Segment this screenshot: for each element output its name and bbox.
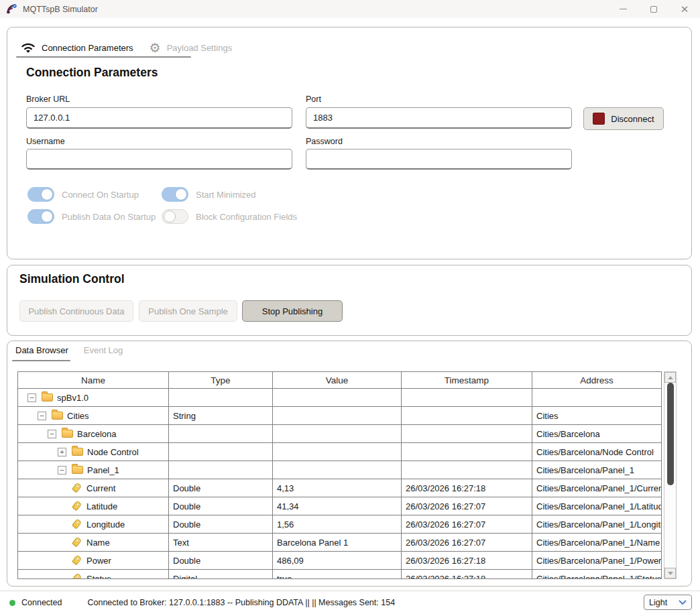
scroll-down-button[interactable] (664, 568, 676, 578)
tree-row-node-control[interactable]: +Node ControlCities/Barcelona/Node Contr… (18, 443, 662, 461)
tree-name-cell[interactable]: Power (18, 552, 169, 570)
app-icon (6, 3, 17, 15)
toggle-publish-data-on-startup[interactable]: Publish Data On Startup (27, 209, 162, 224)
cell-value (273, 443, 402, 461)
tab-data-browser[interactable]: Data Browser (15, 345, 68, 355)
cell-value (273, 425, 402, 443)
toggle-block-configuration-fields[interactable]: Block Configuration Fields (162, 209, 297, 224)
theme-select[interactable]: Light (644, 595, 692, 610)
tree-name-cell[interactable]: −spBv1.0 (18, 389, 169, 407)
cell-value: 4,13 (273, 479, 402, 497)
close-button[interactable]: ✕ (669, 0, 700, 18)
broker-url-input[interactable] (26, 107, 292, 129)
disconnect-button[interactable]: Disconnect (583, 107, 664, 130)
expand-icon[interactable]: + (58, 448, 66, 456)
cell-value: Barcelona Panel 1 (273, 534, 402, 552)
folder-icon (72, 466, 83, 474)
tree-row-spbv1-0[interactable]: −spBv1.0 (18, 389, 662, 407)
toggle-switch-on[interactable] (162, 187, 188, 202)
password-input[interactable] (306, 149, 572, 170)
toggle-start-minimized[interactable]: Start Minimized (162, 187, 297, 202)
connection-panel: Connection Parameters ⚙ Payload Settings… (7, 27, 692, 259)
column-header-value[interactable]: Value (273, 372, 402, 389)
toggle-switch-on[interactable] (27, 187, 54, 202)
broker-url-label: Broker URL (26, 95, 70, 104)
tag-icon (72, 482, 82, 493)
tab-connection-parameters[interactable]: Connection Parameters (21, 42, 133, 54)
cell-type (169, 461, 273, 479)
port-label: Port (306, 95, 321, 104)
tree-row-panel-1[interactable]: −Panel_1Cities/Barcelona/Panel_1 (18, 461, 662, 479)
toggle-knob (41, 188, 53, 200)
data-table: NameTypeValueTimestampAddress −spBv1.0−C… (17, 371, 662, 579)
tree-node-label: Longitude (86, 519, 125, 530)
password-label: Password (306, 137, 343, 146)
tab-event-log[interactable]: Event Log (84, 345, 123, 355)
cell-timestamp: 26/03/2026 16:27:18 (402, 570, 532, 580)
tag-icon (72, 572, 82, 579)
cell-timestamp (402, 389, 532, 407)
stop-publishing-button[interactable]: Stop Publishing (242, 300, 343, 322)
cell-type: String (169, 407, 273, 425)
minimize-button[interactable] (607, 0, 638, 18)
tab-payload-settings[interactable]: ⚙ Payload Settings (150, 42, 233, 54)
tree-name-cell[interactable]: Name (18, 534, 169, 552)
cell-address: Cities/Barcelona/Panel_1/Current (532, 479, 662, 497)
port-input[interactable] (306, 107, 572, 129)
tree-name-cell[interactable]: Status (18, 570, 169, 580)
column-header-type[interactable]: Type (169, 372, 273, 389)
cell-address: Cities/Barcelona/Panel_1/Power (532, 552, 662, 570)
tree-node-label: Status (86, 574, 111, 580)
tree-node-label: Power (86, 556, 111, 566)
scroll-up-button[interactable] (664, 372, 676, 383)
scroll-down-icon (668, 572, 673, 575)
tree-row-cities[interactable]: −CitiesStringCities (18, 407, 662, 425)
collapse-icon[interactable]: − (48, 430, 56, 438)
tag-icon (72, 554, 82, 565)
toggle-switch-off[interactable] (162, 209, 188, 224)
username-label: Username (26, 137, 65, 146)
cell-address: Cities/Barcelona/Panel_1 (532, 461, 662, 479)
toggle-switch-on[interactable] (27, 209, 54, 224)
tree-row-latitude[interactable]: LatitudeDouble41,3426/03/2026 16:27:07Ci… (18, 497, 662, 515)
cell-address: Cities/Barcelona/Panel_1/Longitude (532, 515, 662, 534)
tree-row-status[interactable]: StatusDigitaltrue26/03/2026 16:27:18Citi… (18, 570, 662, 580)
tree-row-barcelona[interactable]: −BarcelonaCities/Barcelona (18, 425, 662, 443)
tree-row-name[interactable]: NameTextBarcelona Panel 126/03/2026 16:2… (18, 534, 662, 552)
cell-type (169, 389, 273, 407)
collapse-icon[interactable]: − (27, 393, 36, 402)
cell-type (169, 425, 273, 443)
tree-node-label: Current (86, 483, 115, 493)
cell-timestamp: 26/03/2026 16:27:18 (402, 552, 532, 570)
tree-row-current[interactable]: CurrentDouble4,1326/03/2026 16:27:18Citi… (18, 479, 662, 497)
cell-value: true (273, 570, 402, 580)
username-input[interactable] (26, 149, 292, 170)
cell-timestamp: 26/03/2026 16:27:07 (402, 515, 532, 534)
collapse-icon[interactable]: − (38, 412, 46, 420)
tree-row-power[interactable]: PowerDouble486,0926/03/2026 16:27:18Citi… (18, 552, 662, 570)
column-header-timestamp[interactable]: Timestamp (402, 372, 532, 389)
startup-toggles: Connect On StartupStart MinimizedPublish… (27, 187, 297, 224)
cell-type: Double (169, 552, 273, 570)
maximize-button[interactable] (638, 0, 669, 18)
tree-name-cell[interactable]: Longitude (18, 515, 169, 534)
column-header-address[interactable]: Address (532, 372, 662, 389)
toggle-label: Connect On Startup (62, 190, 139, 200)
tree-name-cell[interactable]: −Cities (18, 407, 169, 425)
toggle-connect-on-startup[interactable]: Connect On Startup (27, 187, 162, 202)
tree-row-longitude[interactable]: LongitudeDouble1,5626/03/2026 16:27:07Ci… (18, 515, 662, 534)
tree-name-cell[interactable]: Current (18, 479, 169, 497)
tree-name-cell[interactable]: Latitude (18, 497, 169, 515)
tree-name-cell[interactable]: −Panel_1 (18, 461, 169, 479)
chevron-down-icon (679, 600, 687, 605)
column-header-name[interactable]: Name (18, 372, 169, 389)
scrollbar-thumb[interactable] (667, 383, 674, 485)
tree-name-cell[interactable]: −Barcelona (18, 425, 169, 443)
vertical-scrollbar[interactable] (664, 371, 677, 579)
tree-name-cell[interactable]: +Node Control (18, 443, 169, 461)
tag-icon (72, 500, 82, 511)
connection-heading: Connection Parameters (26, 66, 158, 80)
maximize-icon (650, 6, 657, 13)
folder-icon (42, 393, 53, 402)
collapse-icon[interactable]: − (58, 466, 66, 475)
